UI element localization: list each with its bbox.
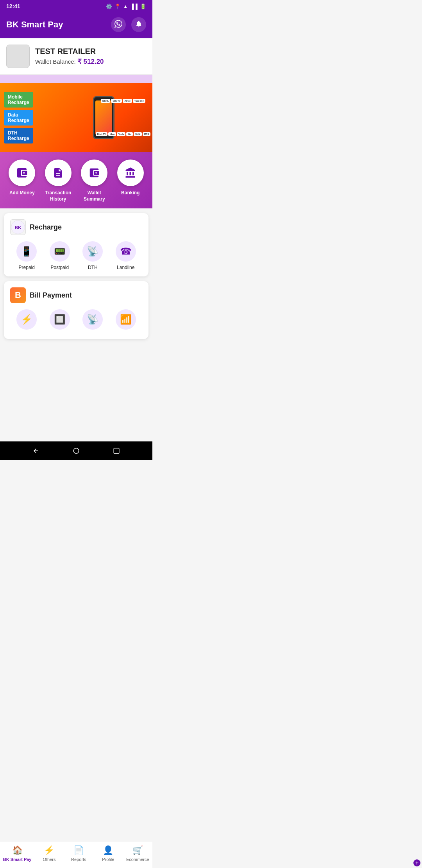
app-title: BK Smart Pay [6,20,63,30]
transaction-history-item[interactable]: TransactionHistory [43,160,74,202]
logo-airtel: Airtel [123,99,132,103]
bk-logo: BK [10,219,26,235]
prepaid-label: Prepaid [19,265,35,270]
data-recharge-label: DataRecharge [4,110,33,126]
header-icons [111,17,146,32]
landline-item[interactable]: ☎ Landline [112,241,140,270]
landline-label: Landline [117,265,134,270]
battery-icon: 🔋 [140,4,146,9]
transaction-history-icon [45,160,72,186]
water-icon: 📶 [116,309,136,330]
logo-bigtv: BIG TV [111,99,122,103]
water-item[interactable]: 📶 [112,309,140,333]
signal-icon: ▐▐ [131,4,138,9]
banner-labels: MobileRecharge DataRecharge DTHRecharge [4,92,33,143]
broadband-item[interactable]: 📡 [79,309,107,333]
quick-actions-grid: + Add Money TransactionHistory [4,160,148,202]
wallet-summary-icon [81,160,107,186]
logo-bsnl: BSNL [101,99,110,103]
balance-amount: ₹ 512.20 [77,58,104,65]
wallet-balance: Wallet Balance: ₹ 512.20 [35,57,104,66]
avatar [6,45,30,68]
wifi-icon: ▲ [123,4,128,9]
add-money-item[interactable]: + Add Money [6,160,38,196]
bill-logo-text: B [15,290,21,300]
logo-sun: SUN [134,132,142,136]
recharge-title: Recharge [30,223,62,231]
recents-button[interactable] [113,447,120,455]
prepaid-icon: 📱 [16,241,37,262]
balance-label: Wallet Balance: [35,58,76,65]
main-content: TEST RETAILER Wallet Balance: ₹ 512.20 M… [0,38,152,395]
bill-payment-card: B Bill Payment ⚡ 🔲 📡 📶 [4,281,148,339]
profile-section: TEST RETAILER Wallet Balance: ₹ 512.20 [0,38,152,75]
profile-info: TEST RETAILER Wallet Balance: ₹ 512.20 [35,47,104,66]
banking-label: Banking [121,190,139,196]
recharge-items-grid: 📱 Prepaid 📟 Postpaid 📡 DTH ☎ Landline [10,241,142,270]
bell-icon [135,20,143,30]
recharge-card-header: BK Recharge [10,219,142,235]
logo-dishtv: Dish TV [96,132,107,136]
bill-payment-items: ⚡ 🔲 📡 📶 [10,309,142,333]
wallet-summary-label: Wallet Summary [79,190,110,202]
dth-item[interactable]: 📡 DTH [79,241,107,270]
landline-icon: ☎ [116,241,136,262]
status-time: 12:41 [6,3,20,9]
prepaid-item[interactable]: 📱 Prepaid [13,241,41,270]
broadband-icon: 📡 [82,309,103,330]
logo-vodafone: Voda [117,132,125,136]
svg-text:BK: BK [15,225,21,230]
transaction-history-label: TransactionHistory [45,190,71,202]
app-header: BK Smart Pay [0,13,152,38]
banking-item[interactable]: Banking [115,160,146,196]
postpaid-icon: 📟 [50,241,70,262]
banner-section: MobileRecharge DataRecharge DTHRecharge … [0,83,152,152]
dth-icon: 📡 [82,241,103,262]
logo-idea: Idea [108,132,116,136]
status-bar: 12:41 ⚙️ 📍 ▲ ▐▐ 🔋 [0,0,152,13]
mobile-recharge-label: MobileRecharge [4,92,33,108]
gas-icon: 🔲 [50,309,70,330]
logo-jio: Jio [126,132,133,136]
android-navigation [0,441,152,460]
logo-mts: MTS [143,132,151,136]
add-money-icon: + [9,160,35,186]
dth-recharge-label: DTHRecharge [4,128,33,143]
notification-button[interactable] [131,17,146,32]
gas-item[interactable]: 🔲 [46,309,74,333]
bill-payment-logo: B [10,287,26,303]
bill-payment-header: B Bill Payment [10,287,142,303]
bill-payment-title: Bill Payment [30,291,72,299]
profile-name: TEST RETAILER [35,47,104,56]
back-button[interactable] [32,447,40,455]
quick-actions-section: + Add Money TransactionHistory [0,152,152,208]
whatsapp-button[interactable] [111,17,126,32]
settings-icon: ⚙️ [106,4,112,9]
logo-tatasky: Tata Sky [133,99,145,103]
postpaid-label: Postpaid [50,265,69,270]
electricity-item[interactable]: ⚡ [13,309,41,333]
postpaid-item[interactable]: 📟 Postpaid [46,241,74,270]
recharge-card: BK Recharge 📱 Prepaid 📟 Postpaid 📡 DTH ☎… [4,213,148,276]
banking-icon [117,160,144,186]
svg-point-2 [73,448,79,454]
add-money-label: Add Money [9,190,35,196]
svg-rect-3 [114,448,120,454]
electricity-icon: ⚡ [16,309,37,330]
whatsapp-icon [114,20,122,30]
purple-bar [0,75,152,83]
home-button[interactable] [72,447,80,455]
location-icon: 📍 [114,4,121,9]
banner-logos: BSNL BIG TV Airtel Tata Sky Dish TV Idea… [94,83,152,152]
wallet-summary-item[interactable]: Wallet Summary [79,160,110,202]
banner-content: MobileRecharge DataRecharge DTHRecharge … [0,83,152,152]
dth-label: DTH [88,265,98,270]
status-icons: ⚙️ 📍 ▲ ▐▐ 🔋 [106,4,146,9]
